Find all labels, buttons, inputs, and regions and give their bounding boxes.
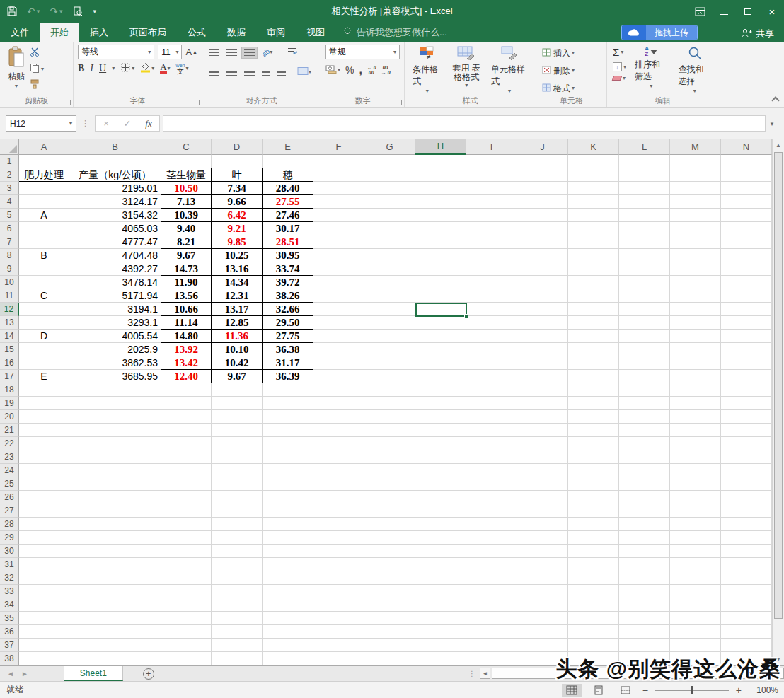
cell-G9[interactable]	[364, 262, 415, 276]
cell-K8[interactable]	[568, 249, 619, 262]
cell-L8[interactable]	[619, 249, 670, 262]
cell-K3[interactable]	[568, 182, 619, 195]
cell-B29[interactable]	[69, 531, 161, 545]
cell-F28[interactable]	[313, 518, 364, 531]
cell-H21[interactable]	[415, 424, 466, 437]
cell-G20[interactable]	[364, 410, 415, 424]
cell-K17[interactable]	[568, 370, 619, 383]
cell-H4[interactable]	[415, 195, 466, 209]
decrease-indent-button[interactable]	[260, 67, 272, 78]
cell-H22[interactable]	[415, 437, 466, 450]
cell-C17[interactable]: 12.40	[161, 370, 212, 383]
cell-D1[interactable]	[212, 155, 263, 168]
cell-B18[interactable]	[69, 383, 161, 397]
row-header-25[interactable]: 25	[0, 477, 19, 491]
row-header-1[interactable]: 1	[0, 155, 19, 168]
cell-K14[interactable]	[568, 330, 619, 343]
cell-A37[interactable]	[19, 639, 69, 652]
zoom-level[interactable]: 100%	[749, 685, 778, 695]
cell-M28[interactable]	[670, 518, 721, 531]
cell-M14[interactable]	[670, 330, 721, 343]
cell-H2[interactable]	[415, 168, 466, 182]
cell-N37[interactable]	[721, 639, 772, 652]
cell-H36[interactable]	[415, 625, 466, 639]
cell-D19[interactable]	[212, 397, 263, 410]
cell-M36[interactable]	[670, 625, 721, 639]
cell-G10[interactable]	[364, 276, 415, 289]
cell-M9[interactable]	[670, 262, 721, 276]
cell-G30[interactable]	[364, 545, 415, 558]
cell-M37[interactable]	[670, 639, 721, 652]
cell-I7[interactable]	[466, 235, 517, 249]
increase-indent-button[interactable]	[275, 67, 288, 78]
cell-K30[interactable]	[568, 545, 619, 558]
cell-M16[interactable]	[670, 356, 721, 370]
column-header-M[interactable]: M	[670, 139, 721, 155]
cell-N5[interactable]	[721, 209, 772, 222]
cell-C34[interactable]	[161, 598, 212, 612]
cell-J11[interactable]	[517, 289, 568, 303]
cell-H12[interactable]	[415, 303, 466, 316]
cell-K37[interactable]	[568, 639, 619, 652]
cell-M7[interactable]	[670, 235, 721, 249]
save-icon[interactable]	[7, 6, 17, 16]
cell-A9[interactable]	[19, 262, 69, 276]
cell-E18[interactable]	[263, 383, 313, 397]
cell-A5[interactable]: A	[19, 209, 69, 222]
cell-J16[interactable]	[517, 356, 568, 370]
cell-N3[interactable]	[721, 182, 772, 195]
cell-K29[interactable]	[568, 531, 619, 545]
cell-J20[interactable]	[517, 410, 568, 424]
cell-I13[interactable]	[466, 316, 517, 330]
cell-K36[interactable]	[568, 625, 619, 639]
cell-J17[interactable]	[517, 370, 568, 383]
cell-H6[interactable]	[415, 222, 466, 235]
conditional-formatting-button[interactable]: ≠ 条件格式 ▾	[409, 45, 446, 95]
align-left-button[interactable]	[207, 67, 221, 78]
cell-N34[interactable]	[721, 598, 772, 612]
cell-C19[interactable]	[161, 397, 212, 410]
cell-A31[interactable]	[19, 558, 69, 571]
font-size-select[interactable]: 11▾	[158, 45, 182, 59]
cell-L2[interactable]	[619, 168, 670, 182]
cell-I8[interactable]	[466, 249, 517, 262]
cell-A3[interactable]	[19, 182, 69, 195]
cell-E20[interactable]	[263, 410, 313, 424]
row-header-19[interactable]: 19	[0, 397, 19, 410]
cell-E14[interactable]: 27.75	[263, 330, 313, 343]
cell-L4[interactable]	[619, 195, 670, 209]
cell-E21[interactable]	[263, 424, 313, 437]
number-dialog-launcher-icon[interactable]	[396, 100, 402, 105]
cell-J32[interactable]	[517, 571, 568, 585]
cell-K26[interactable]	[568, 491, 619, 504]
cell-N9[interactable]	[721, 262, 772, 276]
sheet-nav-left-icon[interactable]: ◄	[0, 666, 21, 681]
cell-A30[interactable]	[19, 545, 69, 558]
cell-C5[interactable]: 10.39	[161, 209, 212, 222]
italic-button[interactable]: I	[90, 63, 93, 74]
cell-C22[interactable]	[161, 437, 212, 450]
cell-N19[interactable]	[721, 397, 772, 410]
cell-K27[interactable]	[568, 504, 619, 518]
enter-icon[interactable]: ✓	[117, 118, 138, 129]
cell-B10[interactable]: 3478.14	[69, 276, 161, 289]
cell-I32[interactable]	[466, 571, 517, 585]
clear-button[interactable]: ▾	[611, 75, 628, 81]
cell-C21[interactable]	[161, 424, 212, 437]
cell-E6[interactable]: 30.17	[263, 222, 313, 235]
cell-C27[interactable]	[161, 504, 212, 518]
cell-G29[interactable]	[364, 531, 415, 545]
cell-B5[interactable]: 3154.32	[69, 209, 161, 222]
cell-B23[interactable]	[69, 450, 161, 464]
cell-B34[interactable]	[69, 598, 161, 612]
cell-H10[interactable]	[415, 276, 466, 289]
cell-G17[interactable]	[364, 370, 415, 383]
cell-M4[interactable]	[670, 195, 721, 209]
cell-E5[interactable]: 27.46	[263, 209, 313, 222]
cell-L32[interactable]	[619, 571, 670, 585]
cell-G31[interactable]	[364, 558, 415, 571]
cell-J12[interactable]	[517, 303, 568, 316]
cell-H1[interactable]	[415, 155, 466, 168]
cell-M31[interactable]	[670, 558, 721, 571]
cell-H37[interactable]	[415, 639, 466, 652]
